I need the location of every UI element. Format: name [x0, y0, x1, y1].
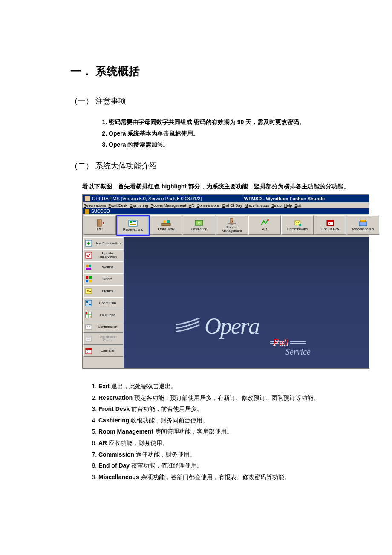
reserve-icon	[128, 220, 138, 227]
menu-item[interactable]: Setup	[271, 203, 282, 208]
menu-item[interactable]: Rooms Management	[151, 203, 187, 208]
canvas: Opera Full Service	[124, 237, 369, 368]
svg-rect-47	[86, 348, 92, 350]
misc-icon	[358, 219, 368, 227]
window-property: WFMSD - Wyndham Foshan Shunde	[244, 196, 325, 201]
work-area: New ReservationUpdate ReservationWaitlis…	[83, 237, 369, 368]
menu-item[interactable]: AR	[189, 203, 194, 208]
menu-item[interactable]: Miscellaneous	[245, 203, 269, 208]
svg-point-15	[267, 219, 269, 221]
svg-point-13	[232, 221, 233, 222]
menu-item[interactable]: Help	[284, 203, 292, 208]
svg-rect-50	[87, 352, 88, 353]
svg-rect-30	[86, 280, 88, 282]
sidebar-profiles[interactable]: Profiles	[83, 285, 123, 297]
logo-sub2: Service	[285, 347, 311, 357]
svg-rect-49	[89, 350, 89, 351]
child-title-text: SUCOCO	[91, 209, 110, 214]
notes-list: 密码需要由字母同数字共同组成,密码的有效期为 90 天，需及时更改密码。 Ope…	[70, 116, 349, 150]
regcards-icon	[85, 335, 92, 343]
ar-icon	[259, 219, 270, 227]
app-icon	[84, 196, 90, 202]
sidebar-label: Update Reservation	[94, 252, 121, 259]
sidebar-room-plan[interactable]: Room Plan	[83, 297, 123, 309]
svg-rect-3	[130, 221, 132, 223]
sidebar-label: Room Plan	[94, 301, 121, 305]
window-title: OPERA PMS [Version 5.0, Service Pack 5.0…	[92, 196, 202, 201]
menu-item[interactable]: Reservations	[84, 203, 106, 208]
confirm-icon	[85, 323, 92, 331]
toolbar-miscellaneous[interactable]: Miscellaneous	[347, 215, 379, 235]
menu-item[interactable]: Front Desk	[109, 203, 127, 208]
menu-item[interactable]: Cashiering	[130, 203, 148, 208]
toolbar-reservations[interactable]: Reservations	[116, 215, 150, 236]
sidebar-blocks[interactable]: Blocks	[83, 273, 123, 285]
toolbar-label: Reservations	[123, 228, 143, 231]
sidebar-waitlist[interactable]: Waitlist	[83, 261, 123, 273]
note-item: Opera 的搜索需加%。	[109, 139, 349, 150]
svg-rect-31	[89, 280, 92, 282]
explain-item: Cashiering 收银功能，财务同前台使用。	[98, 415, 349, 426]
svg-rect-34	[89, 290, 91, 290]
svg-rect-29	[89, 276, 92, 279]
calendar-icon	[85, 347, 92, 355]
svg-point-7	[163, 220, 166, 223]
menu-item[interactable]: End Of Day	[222, 203, 242, 208]
explain-item: Miscellaneous 杂项功能，各部门都会使用，有报表、修改密码等功能。	[98, 471, 349, 483]
sidebar-label: Calendar	[94, 349, 121, 353]
svg-rect-27	[86, 268, 91, 270]
menu-bar[interactable]: Reservations Front Desk Cashiering Rooms…	[83, 202, 369, 208]
toolbar-rooms-management[interactable]: Rooms Management	[216, 215, 248, 235]
explain-item: Exit 退出，此处需双击退出。	[98, 381, 349, 392]
toolbar-ar[interactable]: AR	[248, 215, 281, 235]
opera-logo: Opera Full Service	[205, 313, 259, 339]
svg-rect-19	[328, 222, 333, 225]
sidebar-new-reservation[interactable]: New Reservation	[83, 237, 123, 249]
toolbar-exit[interactable]: Exit	[84, 215, 116, 235]
svg-rect-14	[228, 223, 236, 224]
svg-rect-35	[89, 291, 91, 292]
heading-1: 一． 系统概括	[70, 64, 349, 79]
svg-rect-37	[86, 301, 88, 303]
sidebar-update-reservation[interactable]: Update Reservation	[83, 249, 123, 261]
svg-rect-4	[133, 221, 136, 222]
explain-item: Commission 返佣功能，财务使用。	[98, 449, 349, 460]
door-icon	[95, 219, 105, 227]
svg-point-17	[299, 224, 301, 226]
note-item: 密码需要由字母同数字共同组成,密码的有效期为 90 天，需及时更改密码。	[109, 116, 349, 128]
toolbar-commissions[interactable]: Commissions	[281, 215, 314, 235]
svg-rect-22	[360, 220, 366, 222]
swirl-icon	[175, 317, 200, 334]
sucoco-icon	[84, 209, 89, 214]
sidebar-calendar[interactable]: Calendar	[83, 345, 123, 357]
intro-paragraph: 看以下截图，首先看横排红色 highlight 部分，为系统主要功能，竖排部分为…	[82, 181, 349, 192]
menu-item[interactable]: Commissions	[197, 203, 220, 208]
toolbar-label: Cashiering	[191, 228, 207, 231]
toolbar-front-desk[interactable]: Front Desk	[150, 215, 182, 235]
menu-item[interactable]: Exit	[294, 203, 301, 208]
toolbar-cashiering[interactable]: $Cashiering	[183, 215, 215, 235]
rooms-icon	[227, 217, 237, 225]
opera-screenshot: OPERA PMS [Version 5.0, Service Pack 5.0…	[82, 194, 369, 369]
svg-rect-41	[90, 316, 91, 318]
eod-icon	[325, 219, 335, 227]
explain-item: Reservation 预定各功能，预订部使用居多，有新订、修改预订、团队预订等…	[98, 392, 349, 404]
svg-rect-1	[98, 220, 100, 226]
sidebar-label: Profiles	[94, 289, 121, 293]
svg-point-33	[87, 290, 89, 292]
logo-sub1: Full	[273, 337, 288, 348]
svg-rect-5	[130, 224, 136, 225]
svg-rect-28	[86, 276, 88, 279]
explain-list: Exit 退出，此处需双击退出。Reservation 预定各功能，预订部使用居…	[70, 381, 349, 483]
sidebar-confirmation[interactable]: Confirmation	[83, 321, 123, 333]
explain-item: Room Management 房间管理功能，客房部使用。	[98, 426, 349, 437]
explain-item: AR 应收功能，财务使用。	[98, 437, 349, 449]
sidebar-floor-plan[interactable]: Floor Plan	[83, 309, 123, 321]
svg-rect-45	[87, 339, 90, 340]
toolbar-end-of-day[interactable]: End Of Day	[314, 215, 346, 235]
svg-rect-48	[87, 350, 88, 351]
svg-rect-38	[89, 304, 91, 305]
function-sidebar: New ReservationUpdate ReservationWaitlis…	[83, 237, 124, 368]
toolbar-label: End Of Day	[321, 228, 339, 231]
logo-text: Opera	[205, 313, 259, 339]
